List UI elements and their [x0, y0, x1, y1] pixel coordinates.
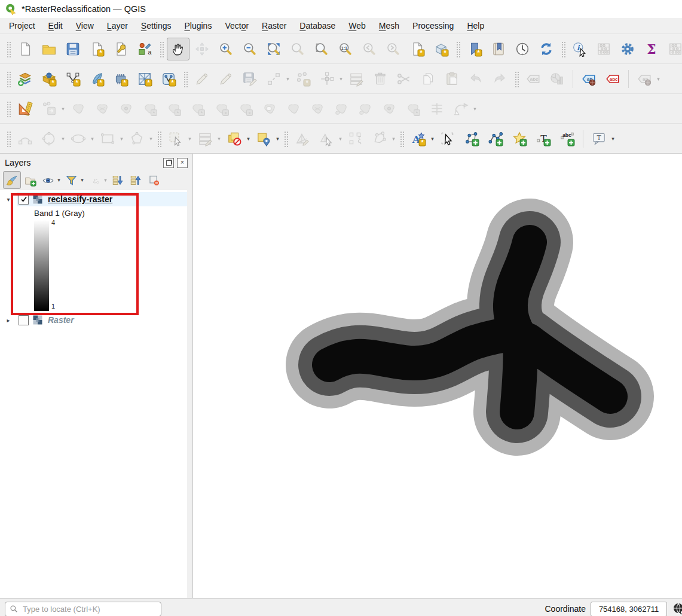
open-project-button[interactable]	[38, 38, 60, 60]
vertex-tool-button[interactable]	[316, 68, 338, 90]
menu-layer[interactable]: Layer	[100, 19, 134, 32]
add-record-button[interactable]: *	[292, 68, 314, 90]
pin-unpin-labels-button[interactable]: ab	[633, 68, 656, 90]
merge-attributes-button[interactable]: *	[402, 97, 424, 120]
manage-map-themes-dropdown[interactable]: ▾	[56, 177, 62, 183]
messages-globe-icon[interactable]	[672, 602, 682, 616]
reverse-line-button[interactable]	[306, 97, 329, 120]
add-rectangle-button[interactable]	[96, 127, 119, 150]
new-geopackage-layer-button[interactable]: *	[38, 68, 60, 90]
filter-by-expression-dropdown[interactable]: ▾	[102, 177, 109, 183]
filter-by-expression-button[interactable]: ε	[85, 171, 103, 189]
open-layer-styling-button[interactable]	[3, 171, 21, 189]
toolbar-grip-handle[interactable]	[157, 130, 161, 147]
reshape-features-button[interactable]	[282, 97, 305, 120]
data-source-manager-button[interactable]	[14, 68, 36, 90]
pan-to-selection-button[interactable]	[191, 38, 213, 60]
select-features-by-value-button[interactable]	[194, 127, 216, 150]
remove-layer-button[interactable]	[145, 171, 163, 189]
toolbar-grip-handle[interactable]	[6, 41, 11, 57]
create-line-annotation-button[interactable]	[484, 127, 507, 150]
map-canvas[interactable]	[192, 154, 682, 598]
diagram-options-button[interactable]	[546, 68, 568, 90]
select-mesh-elements-dropdown[interactable]: ▾	[337, 136, 344, 142]
pan-map-button[interactable]	[167, 38, 189, 60]
zoom-out-button[interactable]	[238, 38, 261, 60]
move-feature-dropdown[interactable]: ▾	[60, 106, 66, 112]
new-mesh-layer-button[interactable]: *	[157, 68, 180, 90]
menu-raster[interactable]: Raster	[255, 19, 293, 32]
close-panel-button[interactable]: ×	[177, 158, 188, 168]
menu-mesh[interactable]: Mesh	[372, 19, 406, 32]
expander-open-icon[interactable]: ▾	[5, 196, 12, 203]
save-project-button[interactable]	[62, 38, 84, 60]
form-annotation-dropdown[interactable]: ▾	[610, 136, 616, 142]
zoom-next-button[interactable]	[382, 38, 405, 60]
add-part-button[interactable]: *	[163, 97, 185, 120]
new-spatialite-layer-button[interactable]: *	[85, 68, 108, 90]
delete-part-button[interactable]: ×	[234, 97, 257, 120]
digitize-mesh-elements-button[interactable]	[291, 127, 314, 150]
toolbar-grip-handle[interactable]	[399, 130, 404, 147]
new-shapefile-layer-button[interactable]: *	[62, 68, 84, 90]
deselect-features-dropdown[interactable]: ▾	[245, 136, 252, 142]
menu-vector[interactable]: Vector	[218, 19, 255, 32]
layer-visibility-checkbox[interactable]	[19, 194, 29, 205]
save-layer-edits-button[interactable]	[238, 68, 261, 90]
create-text-annotation-button[interactable]: T	[532, 127, 555, 150]
split-parts-button[interactable]	[354, 97, 377, 120]
deselect-features-button[interactable]	[223, 127, 246, 150]
advanced-digitizing-panel-button[interactable]	[14, 97, 36, 120]
delete-ring-button[interactable]: ×	[210, 97, 233, 120]
merge-features-button[interactable]	[378, 97, 400, 120]
temporal-controller-button[interactable]	[511, 38, 534, 60]
menu-database[interactable]: Database	[293, 19, 342, 32]
layer-name[interactable]: Raster	[48, 315, 74, 325]
menu-edit[interactable]: Edit	[42, 19, 69, 32]
create-marker-annotation-button[interactable]	[508, 127, 531, 150]
toolbar-grip-handle[interactable]	[6, 100, 11, 117]
style-manager-button[interactable]: a	[133, 38, 156, 60]
modify-annotations-button[interactable]	[436, 127, 459, 150]
rotate-feature-button[interactable]	[67, 97, 90, 120]
toolbar-grip-handle[interactable]	[6, 71, 11, 87]
statistical-summary-button[interactable]: Σ	[640, 38, 663, 60]
add-ellipse-button[interactable]	[67, 127, 90, 150]
float-panel-button[interactable]	[163, 158, 174, 168]
cut-features-button[interactable]	[393, 68, 415, 90]
current-edits-button[interactable]	[191, 68, 213, 90]
zoom-to-layer-button[interactable]	[310, 38, 333, 60]
copy-features-button[interactable]	[417, 68, 439, 90]
create-text-along-line-button[interactable]: abc	[556, 127, 579, 150]
locate-input[interactable]	[22, 604, 157, 614]
pin-unpin-labels-dropdown[interactable]: ▾	[655, 76, 662, 82]
refresh-button[interactable]	[535, 38, 558, 60]
trim-extend-button[interactable]	[426, 97, 448, 120]
zoom-in-button[interactable]	[215, 38, 237, 60]
add-circle-button[interactable]	[38, 127, 60, 150]
toolbar-grip-handle[interactable]	[455, 41, 460, 57]
add-ring-button[interactable]: *	[139, 97, 161, 120]
toolbar-grip-handle[interactable]	[183, 71, 188, 87]
new-3d-map-view-button[interactable]: *	[430, 38, 452, 60]
menu-project[interactable]: Project	[2, 19, 42, 32]
new-virtual-layer-button[interactable]: *	[133, 68, 156, 90]
move-feature-button[interactable]	[38, 97, 60, 120]
add-circle-dropdown[interactable]: ▾	[60, 136, 66, 142]
toolbar-grip-handle[interactable]	[561, 41, 565, 57]
add-regular-polygon-button[interactable]	[126, 127, 148, 150]
split-features-button[interactable]	[330, 97, 353, 120]
force-by-selected-geometries-dropdown[interactable]: ▾	[390, 136, 397, 142]
add-rectangle-dropdown[interactable]: ▾	[118, 136, 125, 142]
coordinate-input[interactable]	[591, 602, 667, 616]
layer-diagram-options-button[interactable]: abc	[601, 68, 624, 90]
toolbar-grip-handle[interactable]	[159, 41, 164, 57]
digitize-with-segment-button[interactable]	[262, 68, 285, 90]
show-layout-manager-button[interactable]	[109, 38, 132, 60]
rotate-point-symbols-dropdown[interactable]: ▾	[472, 106, 478, 112]
show-spatial-bookmarks-button[interactable]	[487, 38, 510, 60]
select-features-button[interactable]	[164, 127, 187, 150]
undo-button[interactable]	[464, 68, 487, 90]
digitize-circular-string-button[interactable]	[14, 127, 36, 150]
toolbar-grip-handle[interactable]	[514, 71, 519, 87]
